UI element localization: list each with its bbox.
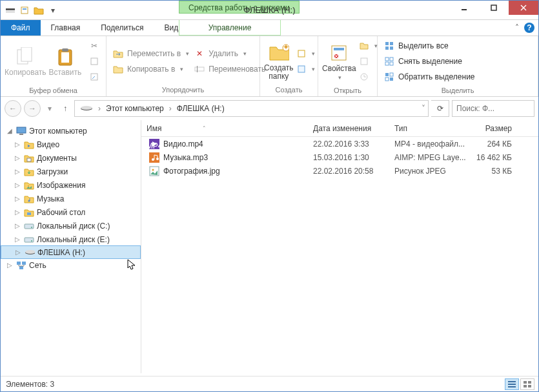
expand-icon[interactable]: ▷ (14, 141, 21, 148)
column-name[interactable]: Имя˄ (141, 124, 308, 133)
copy-button[interactable]: Копировать (5, 39, 46, 83)
file-size: 16 462 КБ (469, 153, 517, 162)
tree-network[interactable]: ▷ Сеть (1, 258, 141, 272)
expand-icon[interactable]: ▷ (6, 262, 14, 269)
svg-rect-65 (524, 385, 527, 387)
selectnone-button[interactable]: Снять выделение (381, 54, 478, 68)
tree-item-docs[interactable]: ▷Документы (1, 151, 141, 165)
svg-rect-0 (6, 8, 15, 10)
file-row[interactable]: Фотография.jpg22.02.2016 20:58Рисунок JP… (141, 164, 538, 178)
breadcrumb-drive-icon[interactable] (77, 105, 96, 112)
breadcrumb-sep[interactable]: › (96, 104, 103, 113)
tab-home[interactable]: Главная (41, 20, 91, 36)
newfolder-button[interactable]: ✦ Создать папку (264, 39, 294, 83)
expand-icon[interactable]: ▷ (14, 222, 21, 229)
up-button[interactable]: ↑ (59, 100, 72, 117)
file-type: AIMP: MPEG Laye... (389, 153, 469, 162)
maximize-button[interactable] (479, 1, 509, 15)
tree-item-hdd[interactable]: ▷Локальный диск (C:) (1, 219, 141, 232)
tab-manage[interactable]: Управление (179, 20, 281, 36)
address-bar[interactable]: › Этот компьютер › ФЛЕШКА (H:) ˅ (74, 100, 429, 117)
breadcrumb-thispc[interactable]: Этот компьютер (103, 104, 167, 113)
edit-small-button[interactable] (356, 54, 380, 68)
invertselection-button[interactable]: Обратить выделение (381, 70, 478, 84)
moveto-button[interactable]: Переместить в▾ (110, 46, 192, 61)
tree-label: Сеть (29, 261, 46, 270)
column-type[interactable]: Тип (389, 124, 469, 133)
rename-button[interactable]: Переименовать (192, 62, 268, 76)
collapse-icon[interactable]: ◢ (6, 127, 14, 134)
qat-newfolder-icon[interactable] (33, 5, 45, 16)
tree-item-music[interactable]: ▷Музыка (1, 192, 141, 205)
file-row[interactable]: MP4Видио.mp422.02.2016 3:33MP4 - видеофа… (141, 137, 538, 150)
open-small-button[interactable]: ▾ (356, 39, 380, 53)
expand-icon[interactable]: ▷ (14, 181, 21, 189)
newitem-small-button[interactable]: ▾ (294, 46, 318, 61)
delete-button[interactable]: ✕Удалить▾ (192, 46, 268, 61)
tree-label: ФЛЕШКА (H:) (37, 248, 85, 257)
video-icon (24, 139, 34, 150)
forward-button[interactable]: → (24, 100, 41, 117)
file-name: Музыка.mp3 (163, 153, 208, 162)
qat-properties-icon[interactable] (19, 5, 30, 16)
column-date[interactable]: Дата изменения (308, 124, 389, 133)
svg-rect-29 (390, 57, 393, 61)
expand-icon[interactable]: ▷ (14, 236, 21, 243)
help-icon[interactable]: ? (524, 23, 534, 33)
history-small-button[interactable] (356, 70, 380, 84)
cut-small-button[interactable]: ✂ (86, 39, 102, 53)
file-row[interactable]: Музыка.mp315.03.2016 1:30AIMP: MPEG Laye… (141, 150, 538, 164)
refresh-button[interactable]: ⟳ (431, 100, 449, 117)
file-type: Рисунок JPEG (389, 167, 469, 176)
view-large-button[interactable] (520, 378, 534, 390)
svg-rect-60 (508, 381, 516, 382)
copy-icon (15, 46, 36, 67)
paste-button[interactable]: Вставить (46, 39, 84, 83)
tree-item-usb[interactable]: ▷ФЛЕШКА (H:) (1, 245, 141, 259)
tree-item-desktop[interactable]: ▷Рабочий стол (1, 205, 141, 219)
minimize-button[interactable] (449, 1, 479, 15)
minimize-ribbon-icon[interactable]: ˄ (515, 23, 519, 32)
open-icon (359, 41, 369, 51)
expand-icon[interactable]: ▷ (14, 249, 22, 256)
selectall-button[interactable]: Выделить все (381, 39, 478, 53)
view-details-button[interactable] (505, 378, 519, 390)
expand-icon[interactable]: ▷ (14, 168, 21, 175)
docs-icon (24, 153, 34, 163)
system-menu-icon[interactable] (5, 5, 16, 16)
breadcrumb-sep[interactable]: › (167, 104, 174, 113)
tree-item-pictures[interactable]: ▷Изображения (1, 178, 141, 192)
selectnone-icon (384, 56, 394, 67)
back-button[interactable]: ← (5, 100, 21, 117)
close-button[interactable] (509, 1, 538, 15)
svg-rect-33 (390, 73, 393, 76)
tree-label: Видео (37, 140, 59, 149)
expand-icon[interactable]: ▷ (14, 209, 21, 216)
svg-point-42 (28, 200, 30, 201)
expand-icon[interactable]: ▷ (14, 195, 21, 202)
tab-share[interactable]: Поделиться (90, 20, 154, 36)
address-dropdown-icon[interactable]: ˅ (422, 104, 425, 113)
tree-thispc[interactable]: ◢ Этот компьютер (1, 124, 141, 138)
recent-locations-button[interactable]: ▾ (43, 100, 56, 117)
tree-item-video[interactable]: ▷Видео (1, 138, 141, 151)
copypath-small-button[interactable] (86, 54, 102, 68)
search-input[interactable] (456, 104, 539, 113)
search-box[interactable]: 🔍 (452, 100, 534, 117)
paste-shortcut-small-button[interactable] (86, 70, 102, 84)
tree-item-downloads[interactable]: ▷Загрузки (1, 165, 141, 178)
properties-button[interactable]: Свойства ▾ (322, 39, 356, 83)
breadcrumb-current[interactable]: ФЛЕШКА (H:) (174, 104, 227, 113)
copyto-button[interactable]: Копировать в▾ (110, 62, 192, 76)
easyaccess-small-button[interactable]: ▾ (294, 62, 318, 76)
svg-rect-14 (197, 66, 198, 72)
svg-rect-22 (361, 58, 367, 65)
column-size[interactable]: Размер (469, 124, 517, 133)
expand-icon[interactable]: ▷ (14, 154, 21, 161)
qat-dropdown-icon[interactable]: ▾ (47, 5, 59, 16)
file-date: 22.02.2016 3:33 (308, 139, 389, 149)
tree-item-hdd[interactable]: ▷Локальный диск (E:) (1, 232, 141, 246)
file-date: 15.03.2016 1:30 (308, 153, 389, 162)
svg-rect-50 (17, 262, 21, 265)
tab-file[interactable]: Файл (1, 20, 41, 36)
